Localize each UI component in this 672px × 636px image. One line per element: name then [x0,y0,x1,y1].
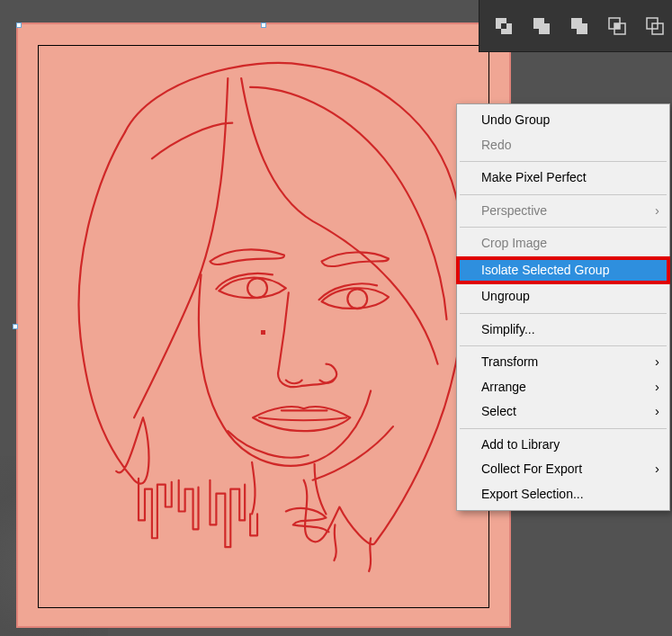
svg-rect-9 [614,23,620,29]
pathfinder-panel: Pathfinders: [479,0,672,52]
artwork-line-illustration[interactable] [18,24,509,626]
menu-collect-for-export[interactable]: Collect For Export [458,457,668,482]
menu-separator [460,227,667,228]
menu-make-pixel-perfect[interactable]: Make Pixel Perfect [458,166,668,191]
menu-export-selection[interactable]: Export Selection... [458,482,668,507]
menu-separator [460,194,667,195]
artboard-selection[interactable] [16,22,511,628]
pathfinder-divide-button[interactable] [494,16,514,36]
pathfinder-trim-button[interactable] [532,16,551,36]
svg-rect-4 [501,23,506,29]
menu-redo: Redo [458,133,668,158]
menu-transform[interactable]: Transform [458,350,668,375]
selection-center-point [261,330,265,335]
menu-simplify[interactable]: Simplify... [458,318,668,343]
pathfinder-label: Pathfinders: [487,0,544,2]
menu-separator [460,345,667,346]
pathfinder-outline-button[interactable] [645,16,665,36]
menu-select[interactable]: Select [458,399,668,425]
menu-separator [460,313,667,314]
svg-point-0 [247,278,267,298]
menu-separator [460,428,667,429]
svg-point-1 [347,289,367,309]
menu-perspective: Perspective [458,199,668,224]
menu-crop-image: Crop Image [458,231,668,256]
svg-rect-6 [539,23,550,34]
context-menu: Undo Group Redo Make Pixel Perfect Persp… [456,103,670,511]
menu-ungroup[interactable]: Ungroup [458,284,668,309]
menu-add-to-library[interactable]: Add to Library [458,433,668,458]
menu-arrange[interactable]: Arrange [458,375,668,400]
selection-handle-top-mid[interactable] [261,22,266,28]
selection-handle-top-left[interactable] [16,22,22,28]
menu-isolate-selected-group[interactable]: Isolate Selected Group [458,258,668,283]
menu-undo-group[interactable]: Undo Group [458,108,668,133]
menu-separator [460,161,667,162]
pathfinder-crop-button[interactable] [607,16,627,36]
selection-handle-mid-left[interactable] [13,324,18,329]
pathfinder-merge-button[interactable] [569,16,589,36]
